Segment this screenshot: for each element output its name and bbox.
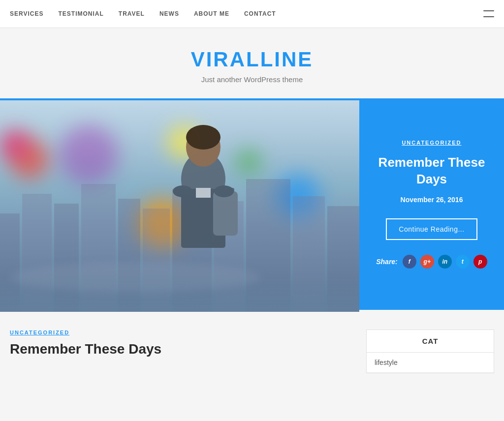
site-header: VIRALLINE Just another WordPress theme	[0, 28, 504, 98]
post-category[interactable]: UNCATEGORIZED	[10, 330, 356, 335]
category-lifestyle[interactable]: lifestyle	[367, 353, 494, 373]
share-row: Share: f g+ in t p	[376, 255, 487, 269]
share-icons: f g+ in t p	[403, 255, 487, 269]
svg-rect-17	[196, 188, 211, 198]
continue-reading-button[interactable]: Continue Reading...	[386, 218, 477, 240]
featured-image[interactable]	[0, 100, 359, 312]
svg-rect-15	[213, 191, 238, 236]
categories-widget: CAT lifestyle	[366, 330, 494, 373]
post-title: Remember These Days	[10, 340, 356, 358]
nav-news[interactable]: NEWS	[159, 10, 179, 17]
share-label: Share:	[376, 258, 398, 266]
site-tagline: Just another WordPress theme	[10, 75, 494, 84]
sidebar: CAT lifestyle	[366, 330, 494, 398]
site-title: VIRALLINE	[10, 48, 494, 71]
featured-category[interactable]: UNCATEGORIZED	[402, 140, 461, 146]
widget-title: CAT	[367, 330, 494, 353]
svg-point-13	[186, 125, 220, 150]
hamburger-icon[interactable]	[483, 10, 494, 17]
nav-contact[interactable]: CONTACT	[244, 10, 276, 17]
featured-banner: UNCATEGORIZED Remember These Days Novemb…	[0, 98, 504, 310]
nav-about[interactable]: ABOUT ME	[194, 10, 229, 17]
featured-title: Remember These Days	[374, 154, 489, 188]
nav-services[interactable]: SERVICES	[10, 10, 43, 17]
post-card: UNCATEGORIZED Remember These Days	[10, 330, 356, 358]
linkedin-share-icon[interactable]: in	[438, 255, 452, 269]
posts-area: UNCATEGORIZED Remember These Days	[10, 330, 356, 398]
facebook-share-icon[interactable]: f	[403, 255, 416, 269]
main-nav: SERVICES TESTIMONIAL TRAVEL NEWS ABOUT M…	[0, 0, 504, 28]
svg-point-19	[214, 185, 234, 197]
featured-date: November 26, 2016	[401, 196, 463, 204]
twitter-share-icon[interactable]: t	[456, 255, 470, 269]
main-content: UNCATEGORIZED Remember These Days CAT li…	[0, 310, 504, 408]
pinterest-share-icon[interactable]: p	[473, 255, 487, 269]
nav-testimonial[interactable]: TESTIMONIAL	[58, 10, 103, 17]
featured-info: UNCATEGORIZED Remember These Days Novemb…	[359, 100, 504, 308]
googleplus-share-icon[interactable]: g+	[420, 255, 434, 269]
svg-point-18	[173, 185, 192, 197]
nav-travel[interactable]: TRAVEL	[119, 10, 145, 17]
